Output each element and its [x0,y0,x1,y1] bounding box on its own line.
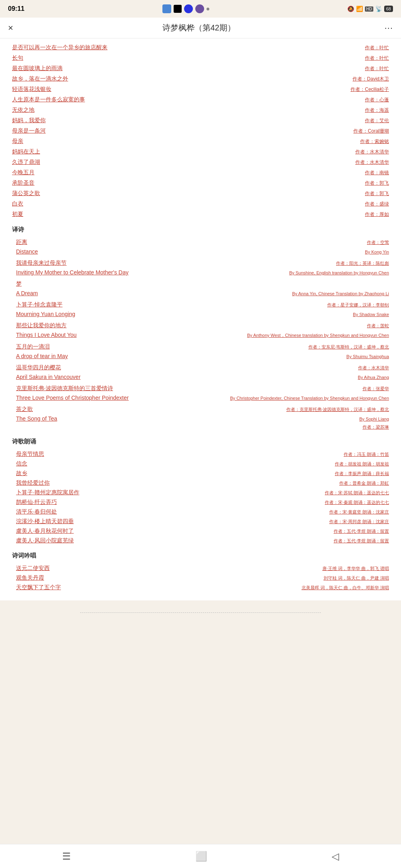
toc-title-en[interactable]: Mourning Yuan Longing [16,311,353,317]
toc-title[interactable]: 虞美人·春月秋花何时了 [16,528,334,535]
toc-title-en[interactable]: A drop of tear in May [16,353,346,359]
toc-author[interactable]: 作者：胡发祖 朗诵：胡发祖 [335,461,389,467]
toc-title-en[interactable]: April Sakura in Vancouver [16,374,358,380]
toc-title[interactable]: 送元二使安西 [16,565,322,572]
more-button[interactable]: ··· [385,23,393,33]
toc-title[interactable]: 无依之地 [12,107,365,114]
toc-author-en[interactable]: By Anthony West，Chinese translation by S… [247,332,389,338]
toc-author-cn[interactable]: 作者：阳光；英译：陈红彪 [336,260,389,266]
toc-title[interactable]: 信念 [16,460,335,467]
toc-title[interactable]: 初夏 [12,211,365,218]
toc-title[interactable]: 观鱼关丹霞 [16,574,324,582]
toc-author[interactable]: 作者：艾伦 [365,117,389,124]
toc-author[interactable]: 作者：五代·李煜 朗诵：留置 [334,538,389,544]
toc-author[interactable]: 作者：宋·苏轼 朗诵：遥达的七七 [325,490,389,496]
toc-title-cn[interactable]: 温哥华四月的樱花 [16,364,358,371]
toc-title[interactable]: 浣溪沙·楼上晴天碧四垂 [16,518,329,525]
toc-author[interactable]: 作者：宋·周邦彦 朗诵：沈家庄 [329,519,389,525]
toc-author[interactable]: 作者：五代·李煜 朗诵：留置 [334,528,389,534]
toc-author-en[interactable]: By Sunshine, English translation by Hong… [289,270,389,275]
toc-author[interactable]: 作者：叶忙 [365,55,389,62]
toc-author[interactable]: 作者：宋·黄庭坚 朗诵：沈家庄 [329,509,389,515]
toc-author-en[interactable]: By Aihua Zhang [358,375,389,380]
toc-title-en[interactable]: Inviting My Mother to Celebrate Mother's… [16,269,289,276]
toc-author[interactable]: 作者：水木清华 [355,149,389,155]
toc-title[interactable]: 是否可以再一次在一个异乡的旅店醒来 [12,44,365,51]
toc-author[interactable]: 作者：叶忙 [365,65,389,72]
toc-author-cn[interactable]: 作者：张爱华 [363,386,389,392]
toc-author-cn[interactable]: 作者：莲蛇 [367,323,389,329]
toc-title[interactable]: 母亲是一条河 [12,127,353,135]
toc-title[interactable]: 轻语落花浅银妆 [12,86,350,93]
toc-title-cn[interactable]: 克里斯托弗·波因德克斯特的三首爱情诗 [16,385,363,392]
toc-author-cn[interactable]: 作者：安东尼·韦斯特，汉译：盛坤，蔡北 [308,344,389,350]
toc-author-extra[interactable]: 作者：梁苏琳 [363,424,389,430]
toc-author-cn[interactable]: 作者：空莺 [367,240,389,246]
toc-author[interactable]: 北美晨晖 词，陈天仁 曲，白牛、邓新华 演唱 [302,585,389,591]
toc-author[interactable]: 作者：宋·秦观 朗诵：遥达的七七 [325,499,389,505]
toc-author-en[interactable]: By Kong Yin [365,250,389,254]
toc-author[interactable]: 作者：盛绿 [365,201,389,207]
toc-title[interactable]: 清平乐·春归何处 [16,508,329,516]
toc-title[interactable]: 卜算子·赣州定惠院寓居作 [16,489,325,496]
toc-author[interactable]: 作者：叶忙 [365,44,389,51]
toc-title[interactable]: 鹊桥仙·纤云弄巧 [16,499,325,506]
toc-title[interactable]: 蒲公英之歌 [12,190,365,197]
toc-title[interactable]: 承阶圣音 [12,179,365,187]
toc-author-en[interactable]: By Anna Yin, Chinese Translation by Zhao… [292,291,389,296]
toc-author[interactable]: 作者：Cecilia松子 [350,86,389,93]
toc-title-cn[interactable]: 五月的一滴泪 [16,343,308,350]
toc-author[interactable]: 作者：郭飞 [365,190,389,197]
toc-author-en[interactable]: By Shuimu Tsainghua [346,354,389,359]
toc-author-en[interactable]: By Sophi Liang [359,417,389,421]
toc-title[interactable]: 母亲 [12,138,360,145]
toc-author[interactable]: 作者：南镜 [365,169,389,176]
toc-title-cn[interactable]: 茶之歌 [16,406,286,413]
toc-title[interactable]: 最在圆玻璃上的雨滴 [12,65,365,72]
toc-author-cn[interactable]: 作者：克里斯托弗·波因德克斯特，汉译：盛坤，蔡北 [286,407,389,413]
toc-title-en[interactable]: Distance [16,248,365,255]
toc-title[interactable]: 故乡，落在一滴水之外 [12,75,352,83]
toc-title[interactable]: 妈妈，我爱你 [12,117,365,124]
toc-title-en[interactable]: The Song of Tea [16,415,359,422]
toc-title[interactable]: 白衣 [12,200,365,207]
back-icon[interactable]: ◁ [332,851,339,862]
toc-title-cn[interactable]: 距离 [16,239,367,246]
toc-title[interactable]: 今晚五月 [12,169,365,176]
home-icon[interactable]: ⬜ [195,851,207,862]
toc-title[interactable]: 故乡 [16,470,335,477]
toc-title-en[interactable]: Three Love Poems of Christopher Poindext… [16,395,230,401]
toc-author[interactable]: 作者：厚如 [365,211,389,218]
toc-author[interactable]: 作者：David木卫 [352,76,389,83]
toc-author[interactable]: 作者：心蓬 [365,97,389,103]
toc-author-cn[interactable]: 作者：星子安娜，汉译：李朝钊 [327,302,389,308]
toc-title[interactable]: 妈妈在天上 [12,148,355,155]
toc-author[interactable]: 刘守桂 词，陈天仁 曲，尹建 演唱 [324,575,389,581]
toc-title[interactable]: 久违了鼎湖 [12,159,355,166]
toc-title[interactable]: 虞美人·风回小院庭芜绿 [16,537,334,544]
toc-author[interactable]: 作者：冯玉 朗诵：竹笛 [344,451,389,457]
toc-title-cn[interactable]: 那些让我爱你的地方 [16,322,367,329]
toc-author-cn[interactable]: 作者：水木清华 [358,365,389,371]
toc-title-cn[interactable]: 卜算子·悼念袁隆平 [16,301,327,308]
toc-title-en[interactable]: A Dream [16,290,292,296]
toc-title-cn[interactable]: 我请母亲来过母亲节 [16,260,336,267]
menu-icon[interactable]: ☰ [62,851,71,862]
toc-title-cn[interactable]: 梦 [16,280,389,288]
toc-title[interactable]: 天空飘下了五个字 [16,584,302,591]
toc-title[interactable]: 母亲节情思 [16,451,344,458]
toc-title[interactable]: 人生原本是一件多么寂寞的事 [12,96,365,103]
toc-author[interactable]: 作者：海遥 [365,107,389,114]
toc-author[interactable]: 作者：普希金 朗诵：郑虹 [339,480,389,486]
toc-title[interactable]: 我曾经爱过你 [16,479,339,487]
toc-author[interactable]: 作者：李振声 朗诵：薛长福 [335,471,389,477]
toc-author[interactable]: 唐·王维 词，李华华 曲，郭飞 谱唱 [322,566,389,572]
toc-author[interactable]: 作者：索婉铭 [360,138,389,145]
toc-title[interactable]: 长句 [12,54,365,62]
toc-author-en[interactable]: By Shadow Snake [353,312,389,317]
toc-title-en[interactable]: Things I Love About You [16,332,247,338]
close-button[interactable]: × [8,23,13,33]
toc-author[interactable]: 作者：郭飞 [365,180,389,187]
toc-author[interactable]: 作者：Coral珊瑚 [353,128,389,135]
toc-author-en[interactable]: By Christopher Poindexter, Chinese Trans… [230,396,389,401]
